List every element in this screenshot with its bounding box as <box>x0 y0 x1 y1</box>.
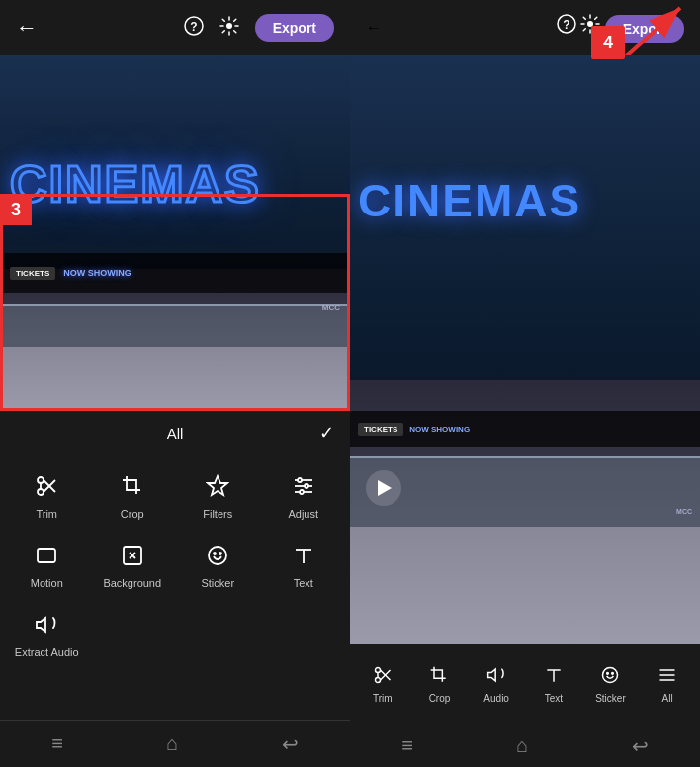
right-filters-label: All <box>662 693 673 704</box>
right-text-label: Text <box>545 693 563 704</box>
tool-extract-audio[interactable]: Extract Audio <box>4 601 90 670</box>
right-cinemas-text: CINEMAS <box>358 174 581 227</box>
svg-point-4 <box>38 489 44 495</box>
right-tickets-sign: TICKETS <box>358 423 403 436</box>
tools-header: All ✓ <box>0 411 350 455</box>
right-panel: ← ? Export 4 <box>350 0 700 767</box>
text-label: Text <box>294 577 313 589</box>
right-tool-audio[interactable]: Audio <box>475 665 518 704</box>
left-header: ← ? Export <box>0 0 350 55</box>
extract-audio-icon <box>35 613 58 640</box>
svg-point-19 <box>209 547 226 564</box>
mcc-sign: MCC <box>322 303 340 312</box>
tool-filters[interactable]: Filters <box>175 463 261 532</box>
tools-check-icon[interactable]: ✓ <box>319 422 334 444</box>
text-icon <box>292 544 315 571</box>
play-circle[interactable] <box>366 470 401 506</box>
right-audio-label: Audio <box>483 693 509 704</box>
right-nav-back[interactable]: ↩ <box>632 734 649 758</box>
right-tool-crop[interactable]: Crop <box>417 665 461 704</box>
left-nav-back[interactable]: ↩ <box>282 732 299 756</box>
adjust-label: Adjust <box>288 508 318 520</box>
svg-point-30 <box>375 677 380 682</box>
motion-label: Motion <box>31 577 63 589</box>
right-nav-menu[interactable]: ≡ <box>401 734 413 757</box>
right-trim-icon <box>373 665 393 690</box>
filters-label: Filters <box>203 508 232 520</box>
play-triangle <box>378 480 392 496</box>
svg-text:?: ? <box>190 20 197 34</box>
tools-grid: Trim Crop Filters <box>0 455 350 678</box>
left-help-icon[interactable]: ? <box>184 16 204 41</box>
svg-point-36 <box>603 667 618 682</box>
svg-point-13 <box>305 484 308 488</box>
right-tool-filters[interactable]: All <box>646 665 689 704</box>
right-audio-icon <box>486 665 506 690</box>
right-sticker-icon <box>600 665 620 690</box>
motion-icon <box>35 544 58 571</box>
right-nav-home[interactable]: ⌂ <box>516 734 528 757</box>
crop-label: Crop <box>121 508 144 520</box>
right-crop-icon <box>429 665 449 690</box>
right-bottom-nav: ≡ ⌂ ↩ <box>350 724 700 767</box>
left-cinemas-text: CINEMAS <box>10 154 261 213</box>
extract-audio-label: Extract Audio <box>15 646 79 658</box>
left-nav-home[interactable]: ⌂ <box>166 732 178 755</box>
left-export-button[interactable]: Export <box>255 14 334 42</box>
left-cinema-bg: CINEMAS TICKETS NOW SHOWING MCC <box>0 55 350 411</box>
tool-text[interactable]: Text <box>261 532 347 601</box>
sticker-icon <box>206 544 229 571</box>
svg-point-29 <box>375 667 380 672</box>
tool-crop[interactable]: Crop <box>90 463 176 532</box>
right-toolbar: Trim Crop Audio <box>350 644 700 724</box>
right-tool-trim[interactable]: Trim <box>361 665 404 704</box>
background-icon <box>121 544 144 571</box>
svg-point-37 <box>607 672 609 674</box>
left-video-preview: CINEMAS TICKETS NOW SHOWING MCC 3 <box>0 55 350 411</box>
tool-sticker[interactable]: Sticker <box>175 532 261 601</box>
right-sticker-label: Sticker <box>595 693 626 704</box>
right-back-button[interactable]: ← <box>366 19 382 37</box>
left-nav-menu[interactable]: ≡ <box>51 732 63 755</box>
svg-point-14 <box>300 490 304 494</box>
svg-point-2 <box>226 23 232 29</box>
svg-point-38 <box>612 672 614 674</box>
adjust-icon <box>292 474 315 502</box>
trim-label: Trim <box>36 508 57 520</box>
left-tools-section: All ✓ Trim <box>0 411 350 720</box>
right-trim-label: Trim <box>373 693 393 704</box>
step4-number: 4 <box>591 26 625 59</box>
right-tools-row: Trim Crop Audio <box>350 644 700 724</box>
right-now-showing: NOW SHOWING <box>409 425 470 434</box>
now-showing: NOW SHOWING <box>63 268 131 278</box>
sticker-label: Sticker <box>201 577 234 589</box>
filters-icon <box>206 474 229 502</box>
right-header: ← ? Export 4 <box>350 0 700 55</box>
svg-point-12 <box>298 478 302 482</box>
svg-point-20 <box>214 553 216 554</box>
tool-adjust[interactable]: Adjust <box>261 463 347 532</box>
right-tickets-bar: TICKETS NOW SHOWING <box>350 411 700 447</box>
tool-trim[interactable]: Trim <box>4 463 90 532</box>
left-tickets-bar: TICKETS NOW SHOWING <box>0 253 350 293</box>
left-back-button[interactable]: ← <box>16 15 38 41</box>
tool-background[interactable]: Background <box>90 532 176 601</box>
svg-rect-15 <box>38 549 55 562</box>
crop-icon <box>121 474 144 502</box>
left-bottom-nav: ≡ ⌂ ↩ <box>0 720 350 767</box>
svg-marker-8 <box>208 476 227 495</box>
right-mcc-sign: MCC <box>676 508 692 515</box>
play-button[interactable] <box>366 470 401 506</box>
svg-point-3 <box>38 477 44 483</box>
right-tool-sticker[interactable]: Sticker <box>588 665 632 704</box>
right-crop-label: Crop <box>429 693 451 704</box>
left-settings-icon[interactable] <box>219 16 239 41</box>
background-label: Background <box>103 577 161 589</box>
left-header-right: ? Export <box>184 14 334 42</box>
right-filters-icon <box>657 665 677 690</box>
right-tool-text[interactable]: Text <box>532 665 575 704</box>
tool-motion[interactable]: Motion <box>4 532 90 601</box>
right-text-icon <box>544 665 564 690</box>
tools-header-title: All <box>167 425 184 442</box>
tickets-sign: TICKETS <box>10 267 55 280</box>
